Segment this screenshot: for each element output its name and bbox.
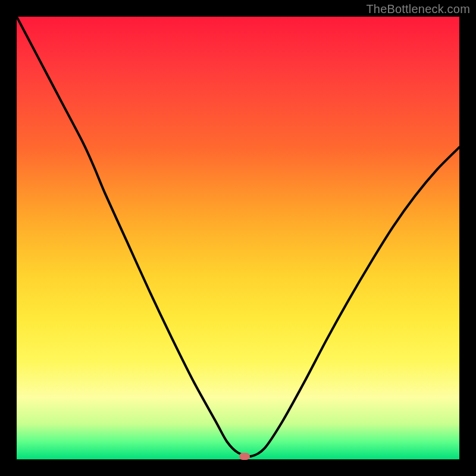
- minimum-marker: [239, 453, 250, 460]
- watermark-label: TheBottleneck.com: [366, 2, 470, 16]
- plot-area: [17, 17, 459, 459]
- chart-stage: TheBottleneck.com: [0, 0, 476, 476]
- bottleneck-curve: [17, 17, 459, 459]
